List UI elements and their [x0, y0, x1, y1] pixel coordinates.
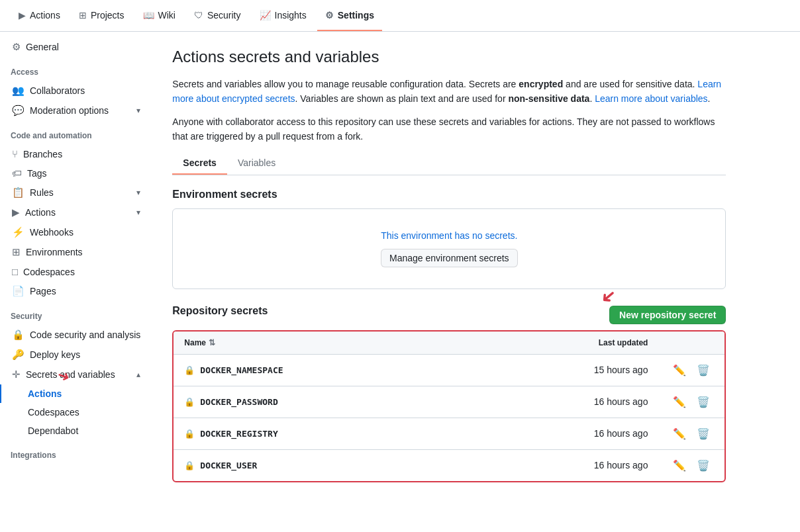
edit-secret-button[interactable]: ✏️	[669, 425, 690, 443]
delete-secret-button[interactable]: 🗑️	[693, 457, 714, 474]
chevron-down-icon: ▾	[136, 106, 140, 115]
secret-last-updated: 16 hours ago	[472, 418, 658, 449]
repository-secrets-section: Repository secrets ➜ New repository secr…	[172, 305, 726, 482]
sidebar-section-access: Access	[0, 57, 151, 81]
sidebar-item-code-security[interactable]: 🔒 Code security and analysis	[0, 325, 151, 345]
tab-variables[interactable]: Variables	[227, 152, 286, 175]
sidebar-item-dependabot-sub[interactable]: Dependabot	[0, 421, 151, 440]
nav-insights[interactable]: 📈 Insights	[252, 0, 315, 31]
environments-icon: ⊞	[12, 246, 21, 258]
pages-icon: 📄	[12, 285, 25, 297]
sidebar-item-tags[interactable]: 🏷 Tags	[0, 163, 151, 183]
sidebar-item-secrets-variables[interactable]: ✛ Secrets and variables ▴ ➜	[0, 365, 151, 384]
secret-last-updated: 16 hours ago	[472, 386, 658, 418]
secret-actions-cell: ✏️ 🗑️	[658, 418, 725, 449]
secret-name-text: DOCKER_REGISTRY	[200, 429, 277, 439]
secret-actions-cell: ✏️ 🗑️	[658, 386, 725, 418]
secrets-table: Name ⇅ Last updated	[174, 332, 725, 481]
nav-security[interactable]: 🛡 Security	[186, 0, 249, 31]
col-last-updated: Last updated	[472, 332, 658, 355]
environment-secrets-section: Environment secrets This environment has…	[172, 189, 726, 289]
gear-icon: ⚙	[12, 41, 21, 53]
webhooks-icon: ⚡	[12, 226, 25, 238]
lock-icon: 🔒	[184, 429, 195, 439]
plus-icon: ✛	[12, 369, 21, 380]
manage-env-secrets-button[interactable]: Manage environment secrets	[381, 249, 518, 267]
secret-name-text: DOCKER_PASSWORD	[200, 397, 277, 407]
sidebar-item-codespaces-sub[interactable]: Codespaces	[0, 403, 151, 421]
nav-wiki[interactable]: 📖 Wiki	[135, 0, 183, 31]
sidebar-item-rules[interactable]: 📋 Rules ▾	[0, 183, 151, 202]
env-secrets-title: Environment secrets	[172, 189, 726, 200]
new-repository-secret-button[interactable]: New repository secret	[609, 306, 726, 324]
actions-icon: ▶	[19, 10, 26, 21]
sidebar-item-pages[interactable]: 📄 Pages	[0, 281, 151, 301]
tab-secrets[interactable]: Secrets	[172, 152, 227, 175]
env-secrets-box: This environment has no secrets. Manage …	[172, 208, 726, 289]
secret-name-cell: 🔒 DOCKER_USER	[174, 449, 472, 481]
edit-secret-button[interactable]: ✏️	[669, 457, 690, 474]
table-row: 🔒 DOCKER_PASSWORD 16 hours ago ✏️ 🗑️	[174, 386, 725, 418]
secret-actions-cell: ✏️ 🗑️	[658, 449, 725, 481]
actions-play-icon: ▶	[12, 206, 20, 218]
env-empty-text: This environment has no secrets.	[183, 230, 715, 241]
sidebar-item-actions-sub[interactable]: Actions	[0, 384, 151, 403]
sidebar-item-environments[interactable]: ⊞ Environments	[0, 242, 151, 262]
lock-icon: 🔒	[184, 365, 195, 375]
sidebar-item-actions[interactable]: ▶ Actions ▾	[0, 202, 151, 222]
nav-actions[interactable]: ▶ Actions	[11, 0, 68, 31]
secret-actions-cell: ✏️ 🗑️	[658, 354, 725, 386]
edit-secret-button[interactable]: ✏️	[669, 361, 690, 379]
shield-icon: 🔒	[12, 329, 25, 341]
learn-more-variables-link[interactable]: Learn more about variables	[595, 93, 707, 104]
sidebar-item-deploy-keys[interactable]: 🔑 Deploy keys	[0, 345, 151, 365]
secret-last-updated: 15 hours ago	[472, 354, 658, 386]
tabs-container: Secrets Variables	[172, 152, 726, 175]
secret-last-updated: 16 hours ago	[472, 449, 658, 481]
sidebar-section-code-automation: Code and automation	[0, 120, 151, 144]
secret-name-cell: 🔒 DOCKER_REGISTRY	[174, 418, 472, 449]
security-icon: 🛡	[194, 10, 203, 21]
chevron-down-icon-rules: ▾	[136, 188, 140, 197]
table-row: 🔒 DOCKER_REGISTRY 16 hours ago ✏️ 🗑️	[174, 418, 725, 449]
sidebar-item-codespaces[interactable]: □ Codespaces	[0, 262, 151, 281]
secret-name-cell: 🔒 DOCKER_NAMESPACE	[174, 354, 472, 386]
page-title: Actions secrets and variables	[172, 48, 726, 66]
sidebar-item-general[interactable]: ⚙ General	[0, 37, 151, 57]
delete-secret-button[interactable]: 🗑️	[693, 393, 714, 411]
col-name: Name ⇅	[174, 332, 472, 355]
nav-projects[interactable]: ⊞ Projects	[71, 0, 132, 31]
repo-secrets-header: Repository secrets ➜ New repository secr…	[172, 305, 726, 325]
delete-secret-button[interactable]: 🗑️	[693, 361, 714, 379]
edit-secret-button[interactable]: ✏️	[669, 393, 690, 411]
sidebar-item-collaborators[interactable]: 👥 Collaborators	[0, 81, 151, 101]
rules-icon: 📋	[12, 187, 25, 199]
repo-secrets-title: Repository secrets	[172, 305, 268, 317]
chevron-up-icon: ▴	[136, 370, 140, 379]
top-nav: ▶ Actions ⊞ Projects 📖 Wiki 🛡 Security 📈…	[0, 0, 800, 32]
sidebar: ⚙ General Access 👥 Collaborators 💬 Moder…	[0, 32, 151, 532]
insights-icon: 📈	[260, 10, 271, 21]
tags-icon: 🏷	[12, 167, 22, 179]
description-paragraph-1: Secrets and variables allow you to manag…	[172, 77, 726, 107]
delete-secret-button[interactable]: 🗑️	[693, 425, 714, 443]
repo-secrets-container: Name ⇅ Last updated	[172, 330, 726, 482]
sort-icon[interactable]: ⇅	[209, 338, 215, 347]
people-icon: 👥	[12, 85, 25, 97]
secret-name-text: DOCKER_USER	[200, 461, 257, 470]
sidebar-item-moderation-options[interactable]: 💬 Moderation options ▾	[0, 101, 151, 120]
nav-settings[interactable]: ⚙ Settings	[317, 0, 382, 31]
lock-icon: 🔒	[184, 397, 195, 407]
sidebar-section-security: Security	[0, 301, 151, 325]
sidebar-item-branches[interactable]: ⑂ Branches	[0, 144, 151, 163]
lock-icon: 🔒	[184, 461, 195, 470]
sidebar-section-integrations: Integrations	[0, 440, 151, 464]
secret-name-text: DOCKER_NAMESPACE	[200, 365, 283, 375]
wiki-icon: 📖	[143, 10, 154, 21]
sidebar-item-webhooks[interactable]: ⚡ Webhooks	[0, 222, 151, 242]
table-row: 🔒 DOCKER_USER 16 hours ago ✏️ 🗑️	[174, 449, 725, 481]
secret-name-cell: 🔒 DOCKER_PASSWORD	[174, 386, 472, 418]
settings-icon: ⚙	[325, 10, 334, 21]
key-icon: 🔑	[12, 349, 25, 361]
col-actions	[658, 332, 725, 355]
